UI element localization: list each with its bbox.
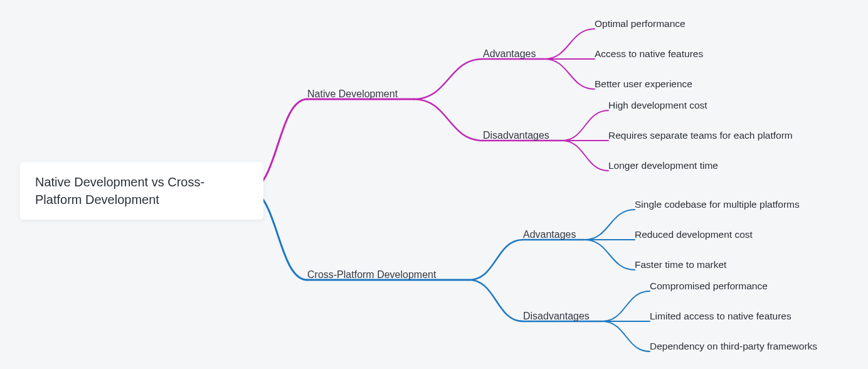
branch-native-advantages: Advantages	[483, 49, 536, 59]
leaf-native-dis-0: High development cost	[608, 100, 707, 110]
branch-cross: Cross-Platform Development	[307, 270, 436, 280]
branch-cross-advantages: Advantages	[523, 230, 576, 240]
branch-native: Native Development	[307, 89, 398, 99]
root-node: Native Development vs Cross-Platform Dev…	[20, 162, 263, 220]
leaf-native-dis-2: Longer development time	[608, 161, 718, 171]
leaf-cross-dis-2: Dependency on third-party frameworks	[650, 341, 817, 351]
leaf-cross-adv-2: Faster time to market	[635, 260, 726, 270]
leaf-native-adv-2: Better user experience	[595, 79, 692, 89]
leaf-cross-adv-0: Single codebase for multiple platforms	[635, 200, 800, 210]
branch-native-disadvantages: Disadvantages	[483, 131, 549, 141]
branch-cross-disadvantages: Disadvantages	[523, 311, 590, 321]
leaf-native-adv-1: Access to native features	[595, 49, 703, 59]
leaf-cross-adv-1: Reduced development cost	[635, 230, 753, 240]
leaf-cross-dis-1: Limited access to native features	[650, 311, 791, 321]
leaf-native-adv-0: Optimal performance	[595, 19, 685, 29]
leaf-native-dis-1: Requires separate teams for each platfor…	[608, 131, 793, 141]
root-label: Native Development vs Cross-Platform Dev…	[35, 173, 248, 208]
leaf-cross-dis-0: Compromised performance	[650, 281, 768, 291]
